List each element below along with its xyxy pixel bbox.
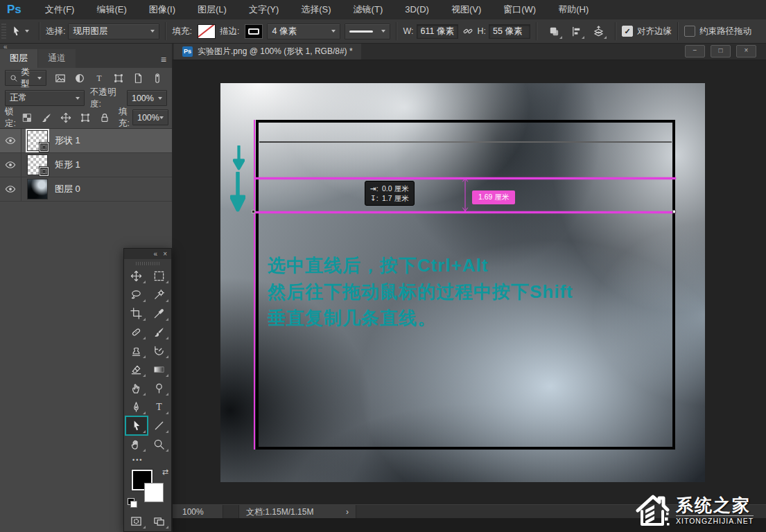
menu-item-5[interactable]: 文字(Y) — [238, 0, 290, 19]
status-expander-icon[interactable]: › — [346, 507, 349, 517]
anchor-point[interactable] — [672, 210, 676, 213]
toggle-icon[interactable] — [149, 71, 166, 86]
align-edges-checkbox[interactable]: ✓ — [622, 26, 633, 37]
tool-pen[interactable] — [126, 398, 147, 416]
width-value: 611 像素 — [421, 26, 454, 37]
tool-crop[interactable] — [126, 305, 147, 322]
background-color-swatch[interactable] — [144, 483, 164, 502]
maximize-button[interactable]: □ — [711, 45, 731, 57]
smart-object-icon[interactable] — [130, 71, 146, 86]
menu-item-9[interactable]: 视图(V) — [440, 0, 492, 19]
layer-row[interactable]: 形状 1 — [0, 129, 172, 153]
measurement-line — [461, 177, 469, 212]
path-alignment-icon[interactable] — [567, 23, 585, 39]
close-button[interactable]: × — [736, 45, 756, 57]
layer-row[interactable]: 矩形 1 — [0, 153, 172, 177]
tool-marquee[interactable] — [149, 267, 170, 285]
tool-dodge[interactable] — [149, 380, 170, 397]
filter-type-dropdown[interactable]: 类型 — [5, 70, 46, 86]
tool-eraser[interactable] — [126, 361, 147, 378]
menu-item-11[interactable]: 帮助(H) — [547, 0, 600, 19]
document-size-status[interactable]: 文档:1.15M/1.15M › — [238, 505, 356, 519]
tool-spot-healing[interactable] — [126, 323, 147, 341]
menu-item-8[interactable]: 3D(D) — [394, 0, 440, 19]
visibility-eye-icon[interactable] — [0, 177, 21, 201]
close-panel-button[interactable]: × — [163, 250, 167, 258]
path-arrangement-icon[interactable] — [589, 23, 607, 39]
visibility-eye-icon[interactable] — [0, 153, 21, 177]
tool-type[interactable]: T — [149, 398, 170, 416]
blend-mode-dropdown[interactable]: 正常 — [5, 90, 85, 106]
link-dimensions-icon[interactable] — [462, 26, 473, 37]
select-label: 选择: — [46, 26, 65, 37]
visibility-eye-icon[interactable] — [0, 129, 21, 152]
tool-hand[interactable] — [126, 436, 147, 453]
tool-eyedropper[interactable] — [149, 305, 170, 322]
horizontal-distance-value: 0.0 厘米 — [382, 184, 409, 193]
tool-lasso[interactable] — [126, 286, 147, 303]
type-filter-icon[interactable]: T — [91, 71, 107, 86]
lock-brush-icon[interactable] — [38, 110, 55, 125]
stroke-style-dropdown[interactable] — [345, 24, 390, 39]
tool-path-selection[interactable] — [126, 417, 147, 434]
image-icon[interactable] — [52, 71, 69, 86]
tool-quick-mask[interactable] — [126, 513, 147, 530]
layer-thumbnail[interactable] — [27, 179, 48, 200]
tool-history-brush[interactable] — [149, 342, 170, 360]
tool-zoom[interactable] — [149, 436, 170, 453]
lock-move-icon[interactable] — [58, 110, 74, 125]
minimize-button[interactable]: − — [685, 45, 705, 57]
stroke-width-dropdown[interactable]: 4 像素 — [267, 24, 340, 39]
document-tab[interactable]: Ps 实验图片.png @ 100% (形状 1, RGB/8#) * — [174, 43, 361, 60]
tab-通道[interactable]: 通道 — [38, 49, 76, 68]
panel-grip[interactable] — [136, 262, 159, 265]
lock-shape-icon[interactable] — [77, 110, 94, 125]
select-mode-value: 现用图层 — [73, 26, 107, 37]
swap-colors-icon[interactable]: ⇄ — [162, 468, 168, 477]
more-tools-button[interactable]: ••• — [124, 454, 171, 465]
lock-checkerboard-icon[interactable] — [19, 110, 35, 125]
tool-preset-button[interactable] — [6, 26, 33, 37]
menu-item-7[interactable]: 滤镜(T) — [342, 0, 394, 19]
shape-icon[interactable] — [110, 71, 127, 86]
layer-row[interactable]: 图层 0 — [0, 177, 172, 202]
tool-line[interactable] — [149, 417, 170, 434]
menu-item-4[interactable]: 图层(L) — [186, 0, 238, 19]
fill-amount-dropdown[interactable]: 100% — [132, 109, 168, 125]
constrain-path-checkbox[interactable] — [684, 26, 695, 37]
tool-screen-mode[interactable] — [149, 513, 170, 530]
options-grip[interactable] — [1, 24, 6, 39]
layer-thumbnail[interactable] — [27, 154, 48, 175]
menu-item-10[interactable]: 窗口(W) — [492, 0, 547, 19]
select-mode-dropdown[interactable]: 现用图层 — [68, 24, 159, 39]
layer-thumbnail[interactable] — [27, 130, 48, 151]
fill-label: 填充: — [172, 26, 191, 37]
menu-item-3[interactable]: 图像(I) — [138, 0, 186, 19]
tool-gradient[interactable] — [149, 361, 170, 378]
vertical-distance-icon: ↧: — [370, 193, 382, 203]
menu-item-6[interactable]: 选择(S) — [290, 0, 342, 19]
adjustment-icon[interactable] — [71, 71, 88, 86]
tool-brush[interactable] — [149, 323, 170, 341]
default-colors-icon[interactable] — [128, 498, 137, 508]
opacity-dropdown[interactable]: 100% — [127, 90, 167, 106]
collapse-panel-button[interactable]: « — [154, 250, 158, 258]
menu-item-1[interactable]: 文件(F) — [34, 0, 86, 19]
canvas[interactable]: ⇥:0.0 厘米 ↧:1.7 厘米 1.69 厘米 选中直线后，按下Ctrl+A… — [220, 83, 705, 482]
blend-row: 正常 不透明度: 100% — [0, 88, 172, 108]
fill-swatch[interactable] — [198, 24, 216, 39]
tab-图层[interactable]: 图层 — [0, 49, 37, 68]
lock-lock-icon[interactable] — [96, 110, 113, 125]
tool-smudge[interactable] — [126, 380, 147, 397]
height-input[interactable]: 55 像素 — [489, 24, 530, 39]
path-operations-icon[interactable] — [545, 23, 563, 39]
menu-item-2[interactable]: 编辑(E) — [85, 0, 137, 19]
anchor-point[interactable] — [252, 210, 255, 213]
tool-clone-stamp[interactable] — [126, 342, 147, 360]
tool-move[interactable] — [126, 267, 147, 285]
zoom-level-input[interactable]: 100% — [173, 505, 223, 519]
panel-menu-icon[interactable]: ≡ — [161, 54, 166, 65]
tool-quick-selection[interactable] — [149, 286, 170, 303]
stroke-swatch[interactable] — [245, 24, 263, 39]
width-input[interactable]: 611 像素 — [417, 24, 458, 39]
